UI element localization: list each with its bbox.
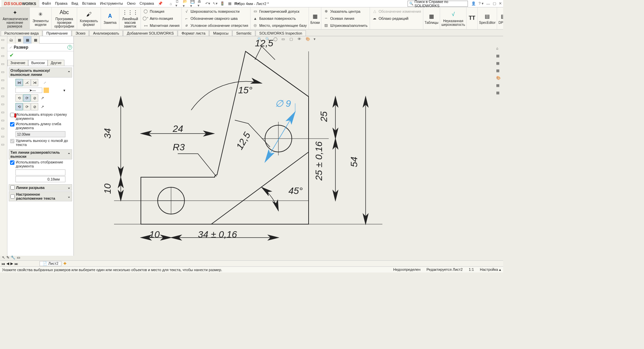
lb-icon[interactable]: ▭ [1, 94, 6, 99]
lb-icon[interactable]: ▭ [1, 102, 6, 107]
rebuild-icon[interactable]: 🚦 [220, 1, 225, 6]
arrow2-out[interactable]: ⟲ [15, 103, 23, 110]
cmd-geo-tolerance[interactable]: ▭Геометрический допуск [253, 8, 307, 14]
cmd-tt[interactable]: TT [467, 7, 478, 29]
tab-sketch[interactable]: Эскиз [72, 30, 89, 36]
view-palette-icon[interactable]: 🎨 [496, 76, 502, 82]
paneltab-config[interactable]: ▦ [23, 36, 32, 44]
search-input[interactable]: 🔍 Поиск в Справке по SOLIDWORKS [408, 1, 468, 7]
section-break-lines[interactable]: Линии разрыва⌄ [9, 184, 72, 191]
tab-annotation[interactable]: Примечание [43, 30, 71, 36]
section-custom-text-pos[interactable]: Настроенное расположение текста⌄ [9, 191, 72, 201]
cmd-dprop[interactable]: ▤DProp [497, 7, 503, 29]
options-icon[interactable]: ▦ [227, 1, 232, 6]
help-icon[interactable]: ? ▾ [479, 1, 484, 6]
menu-insert[interactable]: Вставка [82, 1, 96, 6]
cmd-unspec-roughness[interactable]: √Неуказанная шероховатость [440, 7, 467, 29]
witness-style-4[interactable]: ⟋ [41, 79, 48, 86]
lb-icon[interactable]: ▭ [1, 78, 6, 83]
cmd-datum-target[interactable]: ◎Место, определяющее базу [253, 22, 307, 29]
new-icon[interactable]: 🗋▾ [175, 1, 181, 6]
folder-icon[interactable] [44, 88, 49, 93]
arrow-in[interactable]: ⟳ [23, 94, 31, 102]
arrow-style-picker[interactable]: ➤— ▾ [15, 88, 65, 93]
lb-icon[interactable]: ▭ [1, 38, 6, 43]
chk-bend-length[interactable]: Использовать длину сгиба документа [9, 121, 72, 131]
cmd-hatch[interactable]: ▨Штриховка/заполнить [323, 22, 367, 29]
tab-macros[interactable]: Макросы [209, 30, 232, 36]
subtab-value[interactable]: Значение [7, 60, 28, 66]
ok-button[interactable]: ✔ [7, 51, 73, 59]
chk-use-doc-display[interactable]: Использовать отображение документа [9, 159, 72, 169]
status-scale[interactable]: 1:1 [469, 267, 474, 272]
lb-icon[interactable]: ▭ [1, 142, 6, 148]
lb-icon[interactable]: ▭ [1, 62, 6, 67]
arrow2-smart[interactable]: ⊘ [31, 103, 38, 110]
lb-icon[interactable]: ▭ [1, 134, 6, 140]
sheet-nav-first[interactable]: ⏮ [1, 262, 5, 266]
tab-semantic[interactable]: Semantic [232, 30, 255, 36]
cmd-blocks[interactable]: ▦Блоки [309, 7, 321, 29]
cmd-magnetic-line[interactable]: ⧟Магнитная линия [143, 22, 179, 29]
ctx-icon[interactable]: 🔧 [11, 255, 15, 260]
open-icon[interactable]: 📂▾ [183, 1, 188, 6]
lb-icon[interactable]: ▭ [1, 118, 6, 123]
dropdown-line-weight[interactable]: 0.18мм [15, 176, 65, 182]
paneltab-property[interactable]: ▦ [15, 36, 23, 44]
tab-inspection[interactable]: SOLIDWORKS Inspection [256, 30, 306, 36]
cmd-centermark[interactable]: ⊕Указатель центра [323, 8, 367, 14]
lb-icon[interactable]: ▭ [1, 46, 6, 51]
chk-second-arrow[interactable]: Использовать вторую стрелку документа [9, 112, 72, 121]
input-bend-length[interactable]: 12.00мм [15, 131, 65, 137]
lb-icon[interactable]: ▭ [1, 110, 6, 115]
resources-icon[interactable]: ▦ [496, 54, 502, 60]
arrow-out[interactable]: ⟲ [15, 94, 23, 102]
menu-tools[interactable]: Инструменты [100, 1, 123, 6]
sheet-nav-last[interactable]: ⏭ [14, 262, 18, 266]
cmd-auto-dimension[interactable]: ✦Автоматическое нанесение размеров [0, 7, 30, 29]
ctx-icon[interactable]: ▭ [17, 255, 20, 260]
arrow2-leader[interactable]: ↗ [39, 103, 46, 110]
file-explorer-icon[interactable]: ▦ [496, 68, 502, 74]
home-icon[interactable]: ⌂ [496, 46, 502, 52]
user-icon[interactable]: 👤 [471, 1, 476, 6]
cmd-revision-symbol[interactable]: △Обозначение изменения [372, 8, 421, 14]
ctx-icon[interactable]: ✎ [6, 255, 9, 260]
cmd-autoballoon[interactable]: ◯⁺Авто-позиция [143, 15, 179, 21]
sheet-tab[interactable]: 📄 Лист2 [40, 261, 61, 266]
subtab-leaders[interactable]: Выноски [28, 60, 48, 66]
appearances-icon[interactable]: ▦ [496, 83, 502, 89]
dropdown-line-style[interactable] [15, 169, 65, 176]
ctx-icon[interactable]: ↖ [2, 255, 5, 260]
custom-props-icon[interactable]: ▦ [496, 91, 502, 97]
cmd-linear-note-pattern[interactable]: ⋮⋮⋮Линейный массив заметок [119, 7, 141, 29]
sheet-nav-next[interactable]: ▶ [10, 261, 13, 266]
cmd-hole-callout[interactable]: ⌀Условное обозначение отверстия [184, 22, 248, 29]
menu-edit[interactable]: Правка [55, 1, 67, 6]
minimize-icon[interactable]: — [486, 2, 490, 6]
subtab-other[interactable]: Другие [48, 60, 64, 66]
cmd-balloon[interactable]: ◯Позиция [143, 8, 179, 14]
cmd-model-items[interactable]: ✳Элементы модели [30, 7, 52, 29]
drawing-canvas[interactable]: 🔍 🔍 ◯ ▭ ▢ 👁 🎨 ▾ ⌂▦ ▦▦ 🎨▦ ▦ [74, 36, 503, 256]
menu-window[interactable]: Окно [127, 1, 136, 6]
paneltab-feature-tree[interactable]: 🗂 [7, 36, 15, 44]
arrow-smart[interactable]: ⊘ [31, 94, 38, 102]
witness-style-2[interactable]: ⋌ [23, 79, 31, 86]
lb-icon[interactable]: ▭ [1, 126, 6, 132]
cmd-revision-cloud[interactable]: ☁Облако редакций [372, 15, 421, 21]
tab-view-layout[interactable]: Расположение вида [1, 30, 42, 36]
print-icon[interactable]: 🖶▾ [198, 1, 203, 6]
tab-addins[interactable]: Добавления SOLIDWORKS [123, 30, 177, 36]
lb-icon[interactable]: ▭ [1, 54, 6, 59]
status-settings[interactable]: Настройка ▴ [480, 267, 501, 272]
witness-style-3[interactable]: ⋊ [31, 79, 38, 86]
undo-icon[interactable]: ↶▾ [205, 1, 210, 6]
home-icon[interactable]: ⌂ [168, 1, 173, 6]
cmd-tables[interactable]: ▦Таблицы [423, 7, 440, 29]
cmd-weld-symbol[interactable]: ⌐Обозначение сварного шва [184, 15, 248, 21]
cmd-datum[interactable]: ▲Базовая поверхность [253, 15, 307, 21]
cmd-note[interactable]: AЗаметка [101, 7, 119, 29]
sheet-nav-prev[interactable]: ◀ [6, 261, 9, 266]
select-icon[interactable]: ↖▾ [212, 1, 218, 6]
